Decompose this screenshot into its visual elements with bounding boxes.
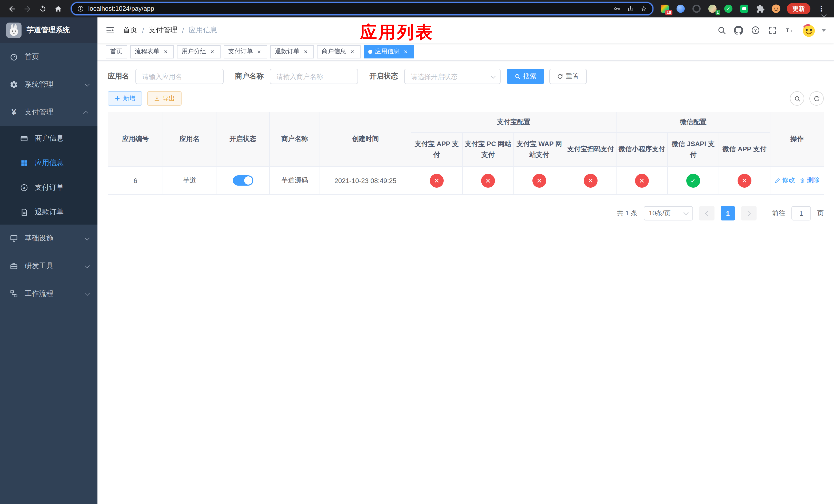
status-toggle[interactable] [233, 175, 253, 186]
delete-link[interactable]: 删除 [799, 176, 820, 185]
app-root: 芋道管理系统 首页 系统管理 ¥ 支付管 [0, 18, 834, 504]
browser-back-button[interactable] [5, 2, 19, 15]
chevron-up-icon [83, 111, 88, 116]
chevron-down-icon[interactable] [822, 29, 826, 31]
column-header-merchant: 商户名称 [269, 112, 320, 166]
reset-button-label: 重置 [566, 72, 579, 81]
bookmark-star-icon[interactable] [640, 5, 647, 12]
extension-icon-avatar[interactable]: 1 [707, 4, 718, 14]
app-name-input[interactable] [135, 69, 224, 84]
page-number-current[interactable]: 1 [721, 206, 735, 221]
sidebar-item-system[interactable]: 系统管理 [0, 71, 97, 98]
column-header-actions: 操作 [770, 112, 824, 166]
extension-icon-blue[interactable] [676, 4, 686, 14]
font-size-icon[interactable]: TT [785, 26, 794, 35]
sidebar-item-label: 工作流程 [25, 289, 53, 298]
extension-icon-dark[interactable] [692, 4, 702, 14]
extension-icon-colorful[interactable]: 10 [660, 4, 670, 14]
tab-app-info[interactable]: 应用信息 × [364, 45, 414, 58]
tab-label: 支付订单 [228, 47, 253, 56]
help-icon[interactable]: ? [751, 26, 760, 35]
credit-card-icon [20, 134, 29, 142]
site-info-icon[interactable] [77, 5, 84, 12]
app-title: 芋道管理系统 [27, 26, 70, 35]
toggle-search-button[interactable] [790, 91, 804, 106]
export-button-label: 导出 [162, 94, 175, 103]
tab-merchant-info[interactable]: 商户信息 × [317, 45, 360, 58]
sidebar-item-label: 研发工具 [25, 261, 53, 271]
sidebar-item-workflow[interactable]: 工作流程 [0, 280, 97, 307]
sidebar-item-app-info[interactable]: 应用信息 [0, 151, 97, 175]
browser-profile-avatar[interactable] [771, 4, 781, 14]
search-button-label: 搜索 [523, 72, 536, 81]
sidebar-item-merchant-info[interactable]: 商户信息 [0, 126, 97, 151]
sidebar-item-pay[interactable]: ¥ 支付管理 [0, 98, 97, 126]
github-icon[interactable] [734, 26, 743, 35]
browser-address-bar[interactable]: localhost:1024/pay/app [71, 2, 654, 15]
browser-home-button[interactable] [51, 2, 65, 15]
tab-home[interactable]: 首页 [106, 45, 127, 58]
browser-forward-button[interactable] [21, 2, 34, 15]
tab-refund-order[interactable]: 退款订单 × [270, 45, 314, 58]
merchant-name-input[interactable] [270, 69, 358, 84]
column-header-wx-app: 微信 APP 支付 [719, 133, 770, 166]
close-icon[interactable]: × [302, 48, 309, 55]
sidebar-item-dev-tools[interactable]: 研发工具 [0, 252, 97, 280]
table-tools [790, 91, 824, 106]
sidebar-submenu-pay: 商户信息 应用信息 ¥ 支付订单 [0, 126, 97, 225]
close-icon[interactable]: × [209, 48, 216, 55]
gear-icon [9, 81, 19, 89]
sidebar-item-infrastructure[interactable]: 基础设施 [0, 225, 97, 252]
sidebar-item-refund-order[interactable]: 退款订单 [0, 200, 97, 225]
share-icon[interactable] [627, 5, 634, 12]
page-size-select[interactable]: 10条/页 [644, 206, 693, 221]
extension-icon-wechat-devtools[interactable] [739, 4, 749, 14]
edit-link[interactable]: 修改 [774, 176, 795, 185]
tab-pay-order[interactable]: 支付订单 × [224, 45, 267, 58]
sidebar-item-home[interactable]: 首页 [0, 43, 97, 71]
sidebar-toggle-icon[interactable] [106, 26, 115, 35]
search-button[interactable]: 搜索 [507, 69, 544, 84]
status-indicator [430, 174, 444, 187]
search-icon[interactable] [717, 26, 726, 35]
app-logo[interactable]: 芋道管理系统 [0, 18, 97, 43]
app-table: 应用编号 应用名 开启状态 商户名称 创建时间 支付宝配置 微信配置 操作 支付… [108, 112, 824, 195]
browser-update-button[interactable]: 更新 [787, 3, 810, 14]
extension-icon-green-check[interactable]: ✓ [723, 4, 733, 14]
goto-page-input[interactable] [791, 206, 811, 221]
status-indicator [738, 174, 751, 187]
reset-button[interactable]: 重置 [549, 69, 587, 84]
user-avatar[interactable] [802, 23, 816, 38]
column-header-name: 应用名 [163, 112, 216, 166]
close-icon[interactable]: × [256, 48, 263, 55]
browser-menu-icon[interactable]: ⋮ [816, 4, 827, 13]
breadcrumb-pay[interactable]: 支付管理 [149, 26, 177, 35]
sidebar-item-label: 首页 [25, 52, 39, 62]
breadcrumb-separator: / [182, 26, 184, 35]
sidebar-item-pay-order[interactable]: ¥ 支付订单 [0, 175, 97, 200]
status-select[interactable] [404, 69, 501, 84]
add-button-label: 新增 [123, 94, 135, 103]
add-button[interactable]: 新增 [108, 91, 142, 106]
export-button[interactable]: 导出 [147, 91, 181, 106]
prev-page-button[interactable] [699, 206, 715, 221]
fullscreen-icon[interactable] [768, 26, 777, 35]
breadcrumb-home[interactable]: 首页 [123, 26, 137, 35]
status-indicator [584, 174, 597, 187]
download-icon [154, 95, 160, 101]
extension-glyph [693, 5, 701, 13]
extension-badge: 1 [715, 10, 720, 15]
status-indicator [686, 174, 700, 187]
svg-text:T: T [790, 29, 792, 33]
browser-refresh-button[interactable] [36, 2, 49, 15]
close-icon[interactable]: × [402, 48, 409, 55]
status-select-input[interactable] [404, 69, 501, 84]
tab-user-group[interactable]: 用户分组 × [177, 45, 221, 58]
next-page-button[interactable] [741, 206, 756, 221]
tab-process-form[interactable]: 流程表单 × [130, 45, 174, 58]
close-icon[interactable]: × [349, 48, 356, 55]
extensions-puzzle-icon[interactable] [755, 4, 765, 14]
password-key-icon[interactable] [613, 5, 621, 12]
refresh-table-button[interactable] [809, 91, 824, 106]
close-icon[interactable]: × [162, 48, 169, 55]
